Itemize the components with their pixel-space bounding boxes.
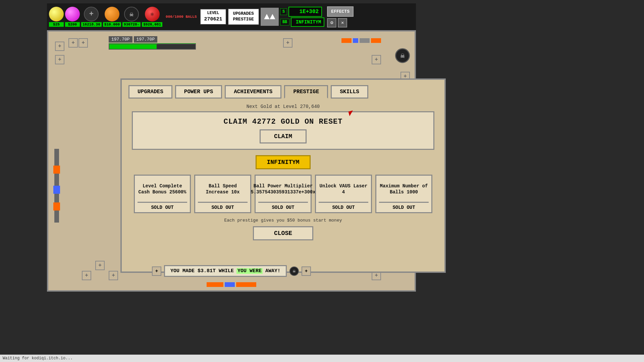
prestige-item-3-name: Ball Power Multiplier 5.357543035931337e… [258, 179, 308, 199]
ball-price-6: $926,081 [142, 22, 162, 27]
ball-pink-icon[interactable] [65, 7, 80, 21]
ball-red-icon[interactable]: ⚛ [145, 7, 160, 21]
notif-right-btn[interactable]: + [302, 266, 311, 276]
notif-left-btn[interactable]: + [152, 266, 161, 276]
skull-right: ☠ [395, 48, 410, 63]
slider-handle-orange-bot[interactable] [53, 202, 60, 210]
plus-btn-tr1[interactable]: + [372, 55, 381, 64]
ball-plus-icon[interactable]: + [84, 7, 99, 21]
effects-button[interactable]: EFFECTS [327, 6, 354, 17]
effects-icons: ⚙ ✕ [327, 18, 354, 27]
plus-btn-t3[interactable]: + [283, 38, 292, 48]
plus-btn-tl1[interactable]: + [55, 42, 64, 51]
prestige-item-2-name: Ball Speed Increase 10x [198, 179, 248, 199]
gear-icon-btn[interactable]: ⚙ [327, 18, 336, 27]
mute-icon-btn[interactable]: ✕ [338, 18, 347, 27]
ball-slot-skull[interactable]: ☠ 936728- [122, 7, 141, 27]
tab-upgrades[interactable]: UPGRADES [128, 85, 172, 99]
level-value: 270621 [204, 16, 222, 23]
ball-price-1: $25 [49, 22, 64, 27]
money-value: 1E+302 [288, 7, 322, 17]
plus-btn-t2[interactable]: + [78, 38, 88, 48]
bp-seg3 [236, 282, 256, 287]
ball-slot-pink[interactable]: $200 [65, 7, 80, 27]
progress-bar-bg [109, 44, 196, 50]
ball-price-4: $10.000 [103, 22, 121, 27]
money-display-container: S 1E+302 BB INFINITYM [280, 7, 324, 27]
claim-gold-text: CLAIM 42772 GOLD ON RESET [140, 118, 427, 126]
prestige-items-grid: Level Complete Cash Bonus 25600% SOLD OU… [132, 175, 434, 213]
claim-box: CLAIM 42772 GOLD ON RESET CLAIM [132, 111, 434, 150]
infinitym-value: INFINITYM [291, 17, 324, 27]
progress-bar-fill [109, 44, 157, 49]
level-label: LEVEL [204, 11, 222, 16]
balls-counter: 000/1000 BALLS [166, 14, 197, 19]
tab-prestige[interactable]: PRESTIGE [284, 85, 328, 99]
ball-slot-plus[interactable]: + 16218.36 [81, 7, 102, 27]
prestige-content: Next Gold at Level 270,640 CLAIM 42772 G… [122, 99, 444, 246]
tab-power-ups[interactable]: POWER UPS [175, 85, 222, 99]
prestige-item-1[interactable]: Level Complete Cash Bonus 25600% SOLD OU… [134, 175, 191, 213]
prestige-dialog: UPGRADES POWER UPS ACHIEVEMENTS PRESTIGE… [120, 78, 446, 273]
ball-skull-icon[interactable]: ☠ [124, 7, 139, 21]
prestige-item-5-name: Maximum Number of Balls 1000 [379, 179, 429, 199]
progress-values: 197.70P 197.70P [109, 36, 196, 43]
claim-button[interactable]: CLAIM [260, 129, 307, 143]
bp-seg1 [207, 282, 223, 287]
plus-btn-tl2[interactable]: + [55, 55, 64, 64]
prestige-item-4[interactable]: Unlock VAUS Laser 4 SOLD OUT [315, 175, 372, 213]
effects-panel: EFFECTS ⚙ ✕ [327, 6, 354, 27]
prestige-item-3-sold: SOLD OUT [258, 202, 308, 212]
plus-btn-bl1[interactable]: + [82, 271, 91, 280]
prestige-item-1-sold: SOLD OUT [138, 202, 187, 212]
progress-area: 197.70P 197.70P [109, 36, 196, 50]
notification-area: + YOU MADE $3.81T WHILE YOU WERE AWAY! ☠… [152, 265, 311, 277]
ball-orange-icon[interactable] [105, 7, 119, 21]
ball-price-5: 936728- [122, 22, 141, 27]
next-gold-text: Next Gold at Level 270,640 [132, 104, 434, 109]
status-text: Waiting for kodiqi.itch.io... [3, 356, 73, 361]
progress-val-2: 197.70P [134, 36, 158, 43]
bp-seg2 [225, 282, 235, 287]
level-display: LEVEL 270621 [200, 9, 226, 24]
prestige-item-1-name: Level Complete Cash Bonus 25600% [138, 179, 187, 199]
ball-yellow-icon[interactable] [49, 7, 64, 21]
plus-btn-t1[interactable]: + [68, 38, 78, 48]
prestige-item-4-sold: SOLD OUT [319, 202, 368, 212]
bb-label: BB [280, 19, 289, 25]
ball-price-3: 16218.36 [81, 22, 102, 27]
rank-icon: ▲▲ [261, 8, 279, 26]
prestige-item-3[interactable]: Ball Power Multiplier 5.357543035931337e… [255, 175, 312, 213]
ball-slot-orange[interactable]: $10.000 [103, 7, 121, 27]
upgrades-prestige-button[interactable]: UPGRADES PRESTIGE [228, 8, 259, 25]
tab-navigation: UPGRADES POWER UPS ACHIEVEMENTS PRESTIGE… [122, 80, 444, 99]
ball-slot-yellow[interactable]: $25 [49, 7, 64, 27]
infinitym-button[interactable]: INFINITYM [256, 155, 310, 169]
s-label: S [280, 8, 287, 15]
prestige-item-2-sold: SOLD OUT [198, 202, 248, 212]
notif-text-highlight: YOU WERE [236, 268, 263, 274]
ball-slot-red[interactable]: ⚛ $926,081 [142, 7, 162, 27]
left-slider-track[interactable] [54, 149, 59, 223]
notif-text-before: YOU MADE $3.81T WHILE [170, 268, 234, 274]
plus-btn-bl2[interactable]: + [95, 261, 105, 270]
color-bars [341, 38, 381, 43]
slider-handle-blue[interactable] [53, 186, 60, 194]
game-board: 197.70P 197.70P + + + + + + + + + + + + … [47, 30, 416, 292]
tab-skills[interactable]: SKILLS [331, 85, 368, 99]
prestige-bonus-text: Each prestige gives you $50 bonus start … [132, 218, 434, 223]
progress-val-1: 197.70P [109, 36, 132, 43]
tab-achievements[interactable]: ACHIEVEMENTS [225, 85, 281, 99]
slider-handle-orange-top[interactable] [53, 166, 60, 174]
prestige-item-5[interactable]: Maximum Number of Balls 1000 SOLD OUT [375, 175, 432, 213]
plus-btn-bl3[interactable]: + [109, 271, 118, 280]
notif-text-after: AWAY! [265, 268, 280, 274]
bottom-progress-bar [207, 282, 256, 287]
notification-box: YOU MADE $3.81T WHILE YOU WERE AWAY! [164, 265, 287, 277]
prestige-item-2[interactable]: Ball Speed Increase 10x SOLD OUT [194, 175, 251, 213]
close-button[interactable]: CLOSE [253, 226, 313, 240]
ball-price-2: $200 [65, 22, 80, 27]
prestige-item-5-sold: SOLD OUT [379, 202, 429, 212]
skull-notif-icon: ☠ [289, 266, 299, 276]
status-bar: Waiting for kodiqi.itch.io... [0, 355, 644, 362]
